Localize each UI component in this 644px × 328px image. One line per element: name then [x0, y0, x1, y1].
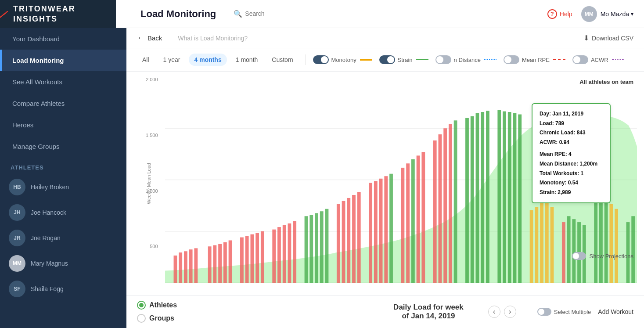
athlete-item-hb[interactable]: HB Hailey Broken	[0, 174, 126, 200]
toggle-select-multiple[interactable]	[537, 308, 551, 316]
svg-rect-28	[320, 211, 324, 283]
svg-rect-39	[389, 174, 393, 283]
metric-toggle-distance[interactable]: n Distance	[435, 55, 496, 64]
svg-rect-18	[255, 233, 259, 283]
svg-rect-61	[535, 207, 538, 283]
help-icon: ?	[547, 9, 557, 19]
svg-rect-73	[609, 204, 613, 283]
metric-toggle-strain[interactable]: Strain	[379, 55, 428, 64]
athlete-group-selector: Athletes Groups	[137, 301, 177, 323]
sidebar-item-all-workouts[interactable]: See All Workouts	[0, 71, 126, 93]
toggle-distance[interactable]	[435, 55, 451, 64]
rpe-line	[553, 59, 565, 60]
svg-rect-43	[417, 155, 420, 283]
svg-rect-50	[465, 118, 469, 283]
svg-rect-21	[277, 227, 281, 283]
svg-rect-40	[401, 168, 405, 283]
athlete-name-hb: Hailey Broken	[31, 184, 69, 191]
chart-wrapper: All athletes on team 2,000 1,500 1,000 5…	[165, 77, 637, 295]
sidebar-item-dashboard[interactable]: Your Dashboard	[0, 28, 126, 50]
svg-rect-34	[357, 192, 361, 283]
tooltip-total-workouts: Total Workouts: 1	[540, 169, 583, 179]
time-btn-custom[interactable]: Custom	[266, 54, 298, 66]
svg-rect-65	[562, 222, 565, 283]
y-axis: 2,000 1,500 1,000 500	[146, 77, 158, 295]
svg-rect-57	[508, 112, 511, 283]
svg-rect-9	[194, 248, 198, 283]
tooltip-day: Day: Jan 11, 2019	[540, 109, 583, 119]
svg-rect-72	[604, 195, 608, 283]
time-btn-4months[interactable]: 4 months	[189, 54, 227, 66]
svg-rect-26	[309, 215, 313, 283]
svg-rect-23	[288, 223, 291, 283]
toggle-knob-projections	[573, 253, 579, 259]
sidebar-item-manage-groups[interactable]: Manage Groups	[0, 136, 126, 157]
athlete-avatar-mm: MM	[9, 255, 25, 272]
prev-arrow[interactable]: ‹	[488, 306, 500, 318]
show-projections[interactable]: Show Projections	[572, 252, 633, 260]
sidebar-item-load-monitoring[interactable]: Load Monitoring	[0, 50, 126, 71]
svg-rect-31	[342, 201, 345, 283]
show-projections-label: Show Projections	[590, 253, 633, 260]
search-bar[interactable]: 🔍	[230, 8, 353, 20]
time-btn-1month[interactable]: 1 month	[230, 54, 263, 66]
add-workout-button[interactable]: Add Workout	[598, 308, 633, 315]
y-label-500: 500	[146, 244, 158, 249]
tooltip-load: Load: 789	[540, 119, 564, 129]
time-btn-all[interactable]: All	[137, 54, 155, 66]
back-button[interactable]: ← Back	[137, 33, 162, 43]
tooltip-strain: Strain: 2,989	[540, 188, 571, 198]
svg-rect-41	[406, 163, 410, 283]
toggle-strain[interactable]	[379, 55, 395, 64]
athlete-item-jh[interactable]: JH Joe Hancock	[0, 200, 126, 225]
toggle-projections[interactable]	[572, 252, 586, 260]
help-label: Help	[560, 11, 572, 18]
time-btn-1year[interactable]: 1 year	[158, 54, 186, 66]
metric-toggle-monotony[interactable]: Monotony	[313, 55, 372, 64]
toggle-monotony[interactable]	[313, 55, 329, 64]
tooltip-chronic-load: Chronic Load: 843	[540, 128, 586, 138]
svg-rect-29	[325, 209, 329, 283]
radio-athletes[interactable]: Athletes	[137, 301, 177, 310]
svg-rect-45	[433, 141, 437, 283]
toggle-knob-distance	[436, 56, 443, 63]
radio-circle-athletes	[137, 301, 146, 310]
next-arrow[interactable]: ›	[504, 306, 516, 318]
radio-groups[interactable]: Groups	[137, 314, 177, 323]
svg-rect-11	[213, 245, 216, 283]
select-multiple-toggle[interactable]: Select Multiple	[537, 308, 591, 316]
svg-rect-66	[567, 216, 571, 283]
metric-toggle-acwr[interactable]: ACWR	[572, 55, 624, 64]
svg-rect-24	[293, 221, 296, 283]
search-input[interactable]	[245, 10, 349, 17]
help-button[interactable]: ? Help	[547, 9, 572, 19]
svg-rect-44	[421, 152, 425, 283]
svg-rect-58	[513, 113, 517, 283]
svg-rect-60	[530, 210, 533, 283]
user-menu[interactable]: MM Mo Mazda ▾	[581, 6, 633, 22]
svg-rect-12	[218, 244, 222, 283]
daily-load-info: Daily Load for week of Jan 14, 2019	[393, 303, 464, 321]
filter-divider	[306, 54, 306, 65]
athlete-avatar-jr: JR	[9, 230, 25, 246]
toggle-acwr[interactable]	[572, 55, 588, 64]
acwr-line	[612, 59, 624, 60]
sidebar-item-compare-athletes[interactable]: Compare Athletes	[0, 93, 126, 114]
groups-label: Groups	[149, 314, 174, 322]
avatar: MM	[581, 6, 597, 22]
athlete-item-jr[interactable]: JR Joe Rogan	[0, 225, 126, 251]
user-name: Mo Mazda ▾	[601, 11, 633, 18]
athlete-name-sf: Shaila Fogg	[31, 285, 64, 292]
athlete-item-mm[interactable]: MM Mary Magnus	[0, 251, 126, 276]
content-area: ← Back What is Load Monitoring? ⬇ Downlo…	[126, 28, 644, 328]
toggle-rpe[interactable]	[504, 55, 519, 64]
metric-label-acwr: ACWR	[591, 57, 608, 63]
back-label: Back	[148, 34, 162, 42]
metric-toggle-rpe[interactable]: Mean RPE	[504, 55, 565, 64]
svg-rect-30	[337, 204, 340, 283]
svg-rect-74	[615, 209, 618, 283]
athlete-item-sf[interactable]: SF Shaila Fogg	[0, 276, 126, 302]
sidebar-item-heroes[interactable]: Heroes	[0, 114, 126, 136]
download-csv-button[interactable]: ⬇ Download CSV	[583, 34, 633, 42]
toggle-knob-rpe	[504, 56, 511, 63]
